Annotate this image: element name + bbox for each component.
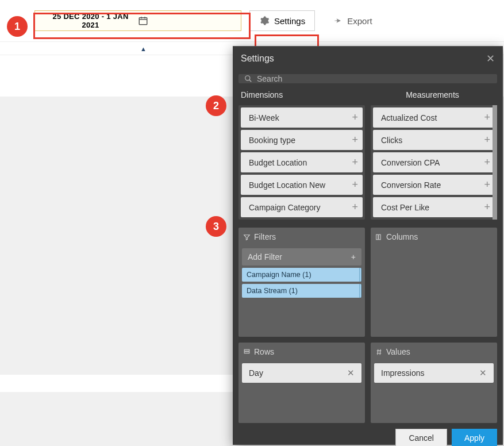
settings-panel: Settings ✕ Dimensions Measurements Bi-We… <box>233 46 503 445</box>
filters-zone-body: Add Filter + Campaign Name (1) Data Stre… <box>238 246 365 337</box>
drop-zones: Filters Add Filter + Campaign Name (1) D… <box>238 228 497 423</box>
rows-zone-header: Rows <box>238 343 365 361</box>
plus-icon[interactable]: + <box>484 156 490 168</box>
svg-rect-4 <box>244 349 249 351</box>
dim-meas-lists: Bi-Week+ Booking type+ Budget Location+ … <box>238 105 497 220</box>
plus-icon[interactable]: + <box>352 201 358 213</box>
top-toolbar: 25 DEC 2020 - 1 JAN 2021 Settings Export <box>0 0 504 41</box>
settings-panel-title: Settings <box>241 53 274 64</box>
svg-rect-0 <box>139 18 147 25</box>
plus-icon[interactable]: + <box>352 111 358 124</box>
settings-search[interactable] <box>238 74 497 83</box>
settings-search-input[interactable] <box>257 74 491 83</box>
measurements-header: Measurements <box>368 87 497 103</box>
plus-icon[interactable]: + <box>484 134 490 146</box>
svg-rect-2 <box>376 234 378 240</box>
columns-zone-body <box>371 246 497 337</box>
svg-rect-5 <box>244 351 249 353</box>
date-range-text: 25 DEC 2020 - 1 JAN 2021 <box>43 12 138 29</box>
annotation-badge-2: 2 <box>206 95 226 116</box>
measurement-item[interactable]: Actualized Cost+ <box>373 107 495 128</box>
dimensions-header: Dimensions <box>238 87 368 103</box>
dimensions-list: Bi-Week+ Booking type+ Budget Location+ … <box>238 105 365 220</box>
dimension-item[interactable]: Budget Location New+ <box>241 175 363 195</box>
value-chip[interactable]: Impressions ✕ <box>374 363 494 383</box>
measurements-list: Actualized Cost+ Clicks+ Conversion CPA+… <box>371 105 497 220</box>
filter-chip[interactable]: Campaign Name (1) <box>242 268 361 282</box>
plus-icon[interactable]: + <box>484 111 490 124</box>
columns-zone-header: Columns <box>371 228 497 246</box>
plus-icon[interactable]: + <box>484 179 490 191</box>
search-icon <box>244 75 252 83</box>
dimension-item[interactable]: Campaign Category+ <box>241 197 363 217</box>
values-zone-header: Values <box>371 343 497 361</box>
gear-icon <box>259 16 270 26</box>
plus-icon[interactable]: + <box>352 134 358 146</box>
dimension-item[interactable]: Budget Location+ <box>241 152 363 172</box>
filter-chip[interactable]: Data Stream (1) <box>242 284 361 298</box>
export-arrow-icon <box>332 16 343 26</box>
cancel-button[interactable]: Cancel <box>395 429 447 446</box>
remove-icon[interactable]: ✕ <box>347 368 355 378</box>
settings-panel-header: Settings ✕ <box>233 47 503 71</box>
values-zone-body: Impressions ✕ <box>371 361 497 423</box>
dimension-item[interactable]: Bi-Week+ <box>241 107 363 128</box>
svg-rect-3 <box>379 234 380 240</box>
plus-icon[interactable]: + <box>352 156 358 168</box>
hash-icon <box>375 348 383 356</box>
filter-icon <box>243 233 251 241</box>
svg-point-1 <box>245 76 250 80</box>
filters-zone-header: Filters <box>238 228 365 246</box>
remove-icon[interactable]: ✕ <box>479 368 487 378</box>
annotation-badge-3: 3 <box>206 216 226 237</box>
apply-button[interactable]: Apply <box>452 429 497 446</box>
background-gap <box>0 375 233 392</box>
plus-icon[interactable]: + <box>352 179 358 191</box>
export-button-label: Export <box>347 16 372 26</box>
columns-zone[interactable]: Columns <box>371 228 497 337</box>
measurement-item[interactable]: Conversion Rate+ <box>373 175 495 195</box>
sort-asc-icon[interactable]: ▲ <box>140 45 147 52</box>
plus-icon: + <box>351 252 356 262</box>
calendar-icon <box>138 16 233 26</box>
add-filter-button[interactable]: Add Filter + <box>242 248 361 266</box>
plus-icon[interactable]: + <box>484 201 490 213</box>
filters-zone[interactable]: Filters Add Filter + Campaign Name (1) D… <box>238 228 365 337</box>
measurement-item[interactable]: Cost Per Like+ <box>373 197 495 217</box>
columns-icon <box>375 233 383 241</box>
settings-panel-footer: Cancel Apply <box>233 423 503 446</box>
rows-icon <box>243 348 251 356</box>
annotation-badge-1: 1 <box>7 16 28 37</box>
measurement-item[interactable]: Conversion CPA+ <box>373 152 495 172</box>
dimension-item[interactable]: Booking type+ <box>241 130 363 150</box>
close-icon[interactable]: ✕ <box>486 52 495 65</box>
settings-button[interactable]: Settings <box>249 10 315 31</box>
row-chip[interactable]: Day ✕ <box>242 363 361 383</box>
settings-button-label: Settings <box>274 16 305 26</box>
measurement-item[interactable]: Clicks+ <box>373 130 495 150</box>
values-zone[interactable]: Values Impressions ✕ <box>371 343 497 423</box>
rows-zone[interactable]: Rows Day ✕ <box>238 343 365 423</box>
export-button[interactable]: Export <box>323 10 381 31</box>
date-range-picker[interactable]: 25 DEC 2020 - 1 JAN 2021 <box>34 10 241 31</box>
dim-meas-header: Dimensions Measurements <box>238 87 497 103</box>
rows-zone-body: Day ✕ <box>238 361 365 423</box>
